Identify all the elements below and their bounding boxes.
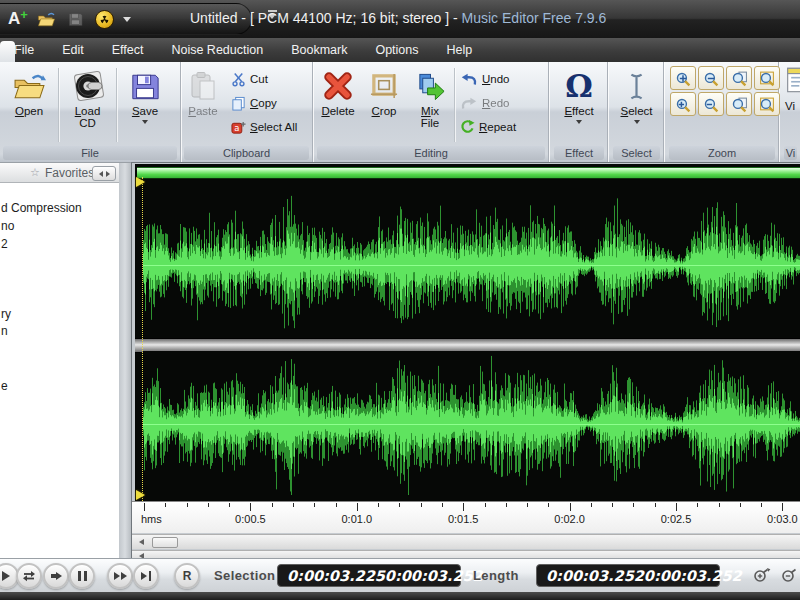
cursor-marker-bottom-icon[interactable] <box>136 490 145 500</box>
skip-to-end-icon <box>141 571 151 581</box>
menu-bookmark[interactable]: Bookmark <box>277 39 361 61</box>
zoom-out-button[interactable] <box>698 66 724 90</box>
menu-noise-reduction[interactable]: Noise Reduction <box>157 39 277 61</box>
menu-options[interactable]: Options <box>361 39 432 61</box>
app-name: Music Editor Free 7.9.6 <box>462 10 607 26</box>
record-button[interactable]: R <box>174 563 200 589</box>
favorites-header: ☆ Favorites <box>0 163 119 183</box>
menu-effect[interactable]: Effect <box>98 39 158 61</box>
ruler-tick <box>612 503 613 507</box>
redo-label: Redo <box>482 97 510 109</box>
favorites-list-item[interactable]: no <box>1 219 14 233</box>
ruler-tick <box>208 503 209 507</box>
select-dropdown-icon[interactable] <box>634 120 640 124</box>
zoom-out-icon <box>702 70 720 87</box>
burn-disc-icon[interactable] <box>95 10 114 29</box>
group-caption-effect: Effect <box>554 146 604 160</box>
ruler-tick <box>506 503 507 507</box>
length-display: 0:00:03.252 0:00:03.252 <box>536 564 720 587</box>
scrollbar-thumb[interactable] <box>152 537 178 548</box>
scroll-left-icon[interactable] <box>139 539 144 545</box>
select-label: Select <box>621 105 653 117</box>
zoom-out-selection-icon[interactable] <box>780 567 800 589</box>
open-folder-icon[interactable] <box>37 10 57 28</box>
ruler-label: 0:03.0 <box>767 513 798 525</box>
title-bar: A+ Untitled - [ PCM 44100 Hz; 16 bit; st… <box>0 0 800 38</box>
ribbon-group-effect: Ω Effect Effect <box>551 62 608 162</box>
zoom-in-icon <box>674 70 692 87</box>
effect-button[interactable]: Ω Effect <box>553 66 605 144</box>
group-caption-file: File <box>3 146 177 160</box>
zoom-in-selection-icon[interactable] <box>752 567 772 589</box>
loop-button[interactable] <box>16 563 42 589</box>
bottom-status-strip <box>0 592 800 600</box>
cut-button[interactable]: Cut <box>231 70 297 88</box>
panel-splitter[interactable] <box>119 162 131 559</box>
window-title: Untitled - [ PCM 44100 Hz; 16 bit; stere… <box>190 10 606 26</box>
favorites-list-item[interactable]: 2 <box>1 237 8 251</box>
open-button[interactable]: Open <box>0 66 58 144</box>
length-start-value: 0:00:03.252 <box>546 568 644 584</box>
save-dropdown-icon[interactable] <box>142 120 148 124</box>
favorites-list-item[interactable]: d Compression <box>1 201 82 215</box>
ribbon-group-editing: Delete Crop Mix File <box>314 62 549 162</box>
zoom-window-button[interactable] <box>754 66 780 90</box>
forward-button[interactable] <box>43 563 69 589</box>
crop-label: Crop <box>372 105 397 117</box>
save-button[interactable]: Save <box>117 66 173 144</box>
undo-button[interactable]: Undo <box>460 70 516 88</box>
ribbon-group-select: Select Select <box>610 62 664 162</box>
ruler-tick <box>229 503 230 507</box>
fast-forward-button[interactable] <box>107 563 133 589</box>
length-end-value: 0:00:03.252 <box>644 568 742 584</box>
pause-button[interactable] <box>69 563 95 589</box>
zoom-vertical-in-button[interactable] <box>670 92 696 116</box>
panel-nav-arrows[interactable] <box>92 166 116 181</box>
skip-to-end-button[interactable] <box>133 563 159 589</box>
open-folder-icon <box>13 69 46 103</box>
favorites-list-item[interactable]: e <box>1 379 8 393</box>
repeat-icon <box>460 120 475 135</box>
menu-help[interactable]: Help <box>433 39 487 61</box>
group-caption-clipboard: Clipboard <box>184 146 309 160</box>
load-cd-button[interactable]: Load CD <box>59 66 116 144</box>
crop-button[interactable]: Crop <box>362 66 406 144</box>
view-icon[interactable] <box>785 66 800 98</box>
delete-button[interactable]: Delete <box>314 66 362 144</box>
ruler-tick <box>250 503 251 511</box>
cursor-marker-top-icon[interactable] <box>136 177 145 187</box>
zoom-selection-button[interactable] <box>726 92 752 116</box>
ruler-tick <box>697 503 698 507</box>
floppy-icon <box>130 69 160 103</box>
waveform-right-channel[interactable] <box>143 351 800 497</box>
ribbon: Open Load CD Save File <box>0 62 800 163</box>
ribbon-group-file: Open Load CD Save File <box>0 62 181 162</box>
horizontal-scrollbar[interactable] <box>132 534 800 549</box>
effect-dropdown-icon[interactable] <box>576 120 582 124</box>
copy-button[interactable]: Copy <box>231 94 297 112</box>
zoom-in-button[interactable] <box>670 66 696 90</box>
zoom-page-icon <box>730 70 748 87</box>
zoom-vertical-out-button[interactable] <box>698 92 724 116</box>
favorites-list-item[interactable]: n <box>1 324 8 338</box>
select-button[interactable]: Select <box>612 66 662 144</box>
ruler-tick <box>527 503 528 507</box>
cd-icon <box>72 69 104 103</box>
favorites-list-item[interactable]: ry <box>1 307 11 321</box>
select-all-button[interactable]: a Select All <box>231 118 297 136</box>
music-editor-window: A+ Untitled - [ PCM 44100 Hz; 16 bit; st… <box>0 0 800 600</box>
waveform-panel: hms 0:00.50:01.00:01.50:02.00:02.50:03.0 <box>131 162 800 558</box>
ruler-tick <box>676 503 677 511</box>
dropdown-chevron-icon[interactable] <box>123 17 131 22</box>
menu-corner-tab <box>0 41 15 62</box>
repeat-button[interactable]: Repeat <box>460 118 516 136</box>
waveform-left-channel[interactable] <box>143 192 800 338</box>
zoom-all-button[interactable] <box>754 92 780 116</box>
overview-seek-bar[interactable] <box>137 167 800 179</box>
ruler-tick <box>570 503 571 511</box>
menu-edit[interactable]: Edit <box>48 39 98 61</box>
mix-file-button[interactable]: Mix File <box>406 66 454 144</box>
zoom-page-button[interactable] <box>726 66 752 90</box>
play-icon <box>2 571 10 581</box>
ibeam-icon <box>628 69 645 103</box>
